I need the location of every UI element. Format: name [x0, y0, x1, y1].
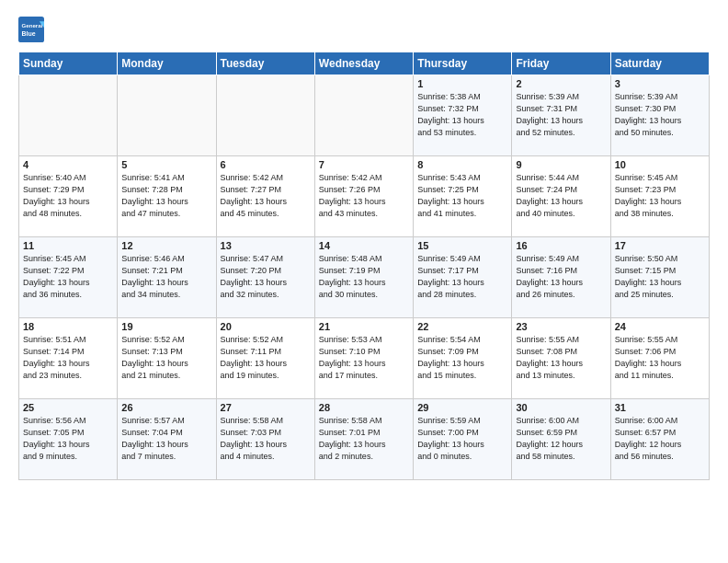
weekday-header-saturday: Saturday — [610, 52, 709, 75]
cell-content: Sunrise: 5:44 AM Sunset: 7:24 PM Dayligh… — [516, 172, 606, 220]
day-number: 10 — [615, 159, 705, 170]
cell-content: Sunrise: 5:42 AM Sunset: 7:26 PM Dayligh… — [319, 172, 409, 220]
cell-content: Sunrise: 5:48 AM Sunset: 7:19 PM Dayligh… — [319, 253, 409, 301]
svg-text:Blue: Blue — [22, 30, 36, 37]
day-number: 31 — [615, 402, 705, 413]
cell-content: Sunrise: 5:45 AM Sunset: 7:22 PM Dayligh… — [23, 253, 113, 301]
weekday-header-wednesday: Wednesday — [314, 52, 413, 75]
day-number: 22 — [417, 321, 507, 332]
cell-content: Sunrise: 5:40 AM Sunset: 7:29 PM Dayligh… — [23, 172, 113, 220]
day-number: 14 — [319, 240, 409, 251]
day-number: 9 — [516, 159, 606, 170]
cell-content: Sunrise: 5:47 AM Sunset: 7:20 PM Dayligh… — [221, 253, 311, 301]
calendar-cell: 12Sunrise: 5:46 AM Sunset: 7:21 PM Dayli… — [118, 237, 216, 318]
day-number: 12 — [121, 240, 211, 251]
calendar-cell: 8Sunrise: 5:43 AM Sunset: 7:25 PM Daylig… — [414, 156, 512, 237]
calendar-week-2: 4Sunrise: 5:40 AM Sunset: 7:29 PM Daylig… — [19, 156, 710, 237]
calendar-cell: 18Sunrise: 5:51 AM Sunset: 7:14 PM Dayli… — [19, 318, 118, 399]
calendar-cell: 11Sunrise: 5:45 AM Sunset: 7:22 PM Dayli… — [19, 237, 118, 318]
day-number: 4 — [23, 159, 113, 170]
calendar-table: SundayMondayTuesdayWednesdayThursdayFrid… — [18, 52, 710, 480]
cell-content: Sunrise: 5:45 AM Sunset: 7:23 PM Dayligh… — [615, 172, 705, 220]
calendar-cell: 10Sunrise: 5:45 AM Sunset: 7:23 PM Dayli… — [610, 156, 709, 237]
day-number: 8 — [417, 159, 507, 170]
cell-content: Sunrise: 5:51 AM Sunset: 7:14 PM Dayligh… — [23, 334, 113, 382]
calendar-cell: 3Sunrise: 5:39 AM Sunset: 7:30 PM Daylig… — [610, 75, 709, 156]
weekday-header-monday: Monday — [118, 52, 216, 75]
logo: General Blue — [18, 17, 46, 42]
day-number: 27 — [221, 402, 311, 413]
cell-content: Sunrise: 5:38 AM Sunset: 7:32 PM Dayligh… — [417, 91, 507, 139]
calendar-cell: 14Sunrise: 5:48 AM Sunset: 7:19 PM Dayli… — [314, 237, 413, 318]
day-number: 18 — [23, 321, 113, 332]
calendar-cell: 25Sunrise: 5:56 AM Sunset: 7:05 PM Dayli… — [19, 399, 118, 480]
day-number: 28 — [319, 402, 409, 413]
cell-content: Sunrise: 5:58 AM Sunset: 7:03 PM Dayligh… — [221, 415, 311, 463]
calendar-cell: 23Sunrise: 5:55 AM Sunset: 7:08 PM Dayli… — [512, 318, 610, 399]
day-number: 13 — [221, 240, 311, 251]
calendar-cell: 19Sunrise: 5:52 AM Sunset: 7:13 PM Dayli… — [118, 318, 216, 399]
cell-content: Sunrise: 5:55 AM Sunset: 7:08 PM Dayligh… — [516, 334, 606, 382]
cell-content: Sunrise: 5:56 AM Sunset: 7:05 PM Dayligh… — [23, 415, 113, 463]
day-number: 21 — [319, 321, 409, 332]
calendar-cell: 26Sunrise: 5:57 AM Sunset: 7:04 PM Dayli… — [118, 399, 216, 480]
weekday-header-friday: Friday — [512, 52, 610, 75]
calendar-cell: 13Sunrise: 5:47 AM Sunset: 7:20 PM Dayli… — [216, 237, 314, 318]
calendar-cell: 6Sunrise: 5:42 AM Sunset: 7:27 PM Daylig… — [216, 156, 314, 237]
day-number: 25 — [23, 402, 113, 413]
calendar-page: General Blue SundayMondayTuesdayWednesda… — [0, 0, 728, 491]
calendar-cell: 31Sunrise: 6:00 AM Sunset: 6:57 PM Dayli… — [610, 399, 709, 480]
day-number: 5 — [121, 159, 211, 170]
weekday-header-sunday: Sunday — [19, 52, 118, 75]
day-number: 6 — [221, 159, 311, 170]
cell-content: Sunrise: 5:43 AM Sunset: 7:25 PM Dayligh… — [417, 172, 507, 220]
cell-content: Sunrise: 5:39 AM Sunset: 7:31 PM Dayligh… — [516, 91, 606, 139]
calendar-cell: 15Sunrise: 5:49 AM Sunset: 7:17 PM Dayli… — [414, 237, 512, 318]
calendar-cell: 1Sunrise: 5:38 AM Sunset: 7:32 PM Daylig… — [414, 75, 512, 156]
cell-content: Sunrise: 5:49 AM Sunset: 7:17 PM Dayligh… — [417, 253, 507, 301]
calendar-cell: 24Sunrise: 5:55 AM Sunset: 7:06 PM Dayli… — [610, 318, 709, 399]
cell-content: Sunrise: 5:52 AM Sunset: 7:13 PM Dayligh… — [121, 334, 211, 382]
calendar-cell — [19, 75, 118, 156]
calendar-week-3: 11Sunrise: 5:45 AM Sunset: 7:22 PM Dayli… — [19, 237, 710, 318]
calendar-cell: 21Sunrise: 5:53 AM Sunset: 7:10 PM Dayli… — [314, 318, 413, 399]
calendar-cell: 30Sunrise: 6:00 AM Sunset: 6:59 PM Dayli… — [512, 399, 610, 480]
calendar-cell — [314, 75, 413, 156]
calendar-cell — [216, 75, 314, 156]
day-number: 15 — [417, 240, 507, 251]
logo-icon: General Blue — [18, 17, 44, 42]
day-number: 23 — [516, 321, 606, 332]
calendar-cell: 7Sunrise: 5:42 AM Sunset: 7:26 PM Daylig… — [314, 156, 413, 237]
day-number: 2 — [516, 78, 606, 89]
day-number: 26 — [121, 402, 211, 413]
weekday-header-tuesday: Tuesday — [216, 52, 314, 75]
calendar-week-5: 25Sunrise: 5:56 AM Sunset: 7:05 PM Dayli… — [19, 399, 710, 480]
day-number: 20 — [221, 321, 311, 332]
day-number: 7 — [319, 159, 409, 170]
day-number: 29 — [417, 402, 507, 413]
calendar-week-1: 1Sunrise: 5:38 AM Sunset: 7:32 PM Daylig… — [19, 75, 710, 156]
day-number: 16 — [516, 240, 606, 251]
calendar-cell: 16Sunrise: 5:49 AM Sunset: 7:16 PM Dayli… — [512, 237, 610, 318]
cell-content: Sunrise: 5:58 AM Sunset: 7:01 PM Dayligh… — [319, 415, 409, 463]
calendar-cell: 9Sunrise: 5:44 AM Sunset: 7:24 PM Daylig… — [512, 156, 610, 237]
calendar-cell: 4Sunrise: 5:40 AM Sunset: 7:29 PM Daylig… — [19, 156, 118, 237]
calendar-cell: 5Sunrise: 5:41 AM Sunset: 7:28 PM Daylig… — [118, 156, 216, 237]
day-number: 19 — [121, 321, 211, 332]
calendar-cell: 22Sunrise: 5:54 AM Sunset: 7:09 PM Dayli… — [414, 318, 512, 399]
weekday-header-thursday: Thursday — [414, 52, 512, 75]
calendar-cell: 27Sunrise: 5:58 AM Sunset: 7:03 PM Dayli… — [216, 399, 314, 480]
cell-content: Sunrise: 5:53 AM Sunset: 7:10 PM Dayligh… — [319, 334, 409, 382]
svg-rect-0 — [18, 17, 44, 42]
cell-content: Sunrise: 5:52 AM Sunset: 7:11 PM Dayligh… — [221, 334, 311, 382]
calendar-week-4: 18Sunrise: 5:51 AM Sunset: 7:14 PM Dayli… — [19, 318, 710, 399]
cell-content: Sunrise: 6:00 AM Sunset: 6:57 PM Dayligh… — [615, 415, 705, 463]
weekday-header-row: SundayMondayTuesdayWednesdayThursdayFrid… — [19, 52, 710, 75]
calendar-cell: 29Sunrise: 5:59 AM Sunset: 7:00 PM Dayli… — [414, 399, 512, 480]
day-number: 24 — [615, 321, 705, 332]
calendar-cell: 28Sunrise: 5:58 AM Sunset: 7:01 PM Dayli… — [314, 399, 413, 480]
cell-content: Sunrise: 5:39 AM Sunset: 7:30 PM Dayligh… — [615, 91, 705, 139]
calendar-cell: 20Sunrise: 5:52 AM Sunset: 7:11 PM Dayli… — [216, 318, 314, 399]
cell-content: Sunrise: 5:59 AM Sunset: 7:00 PM Dayligh… — [417, 415, 507, 463]
cell-content: Sunrise: 5:54 AM Sunset: 7:09 PM Dayligh… — [417, 334, 507, 382]
